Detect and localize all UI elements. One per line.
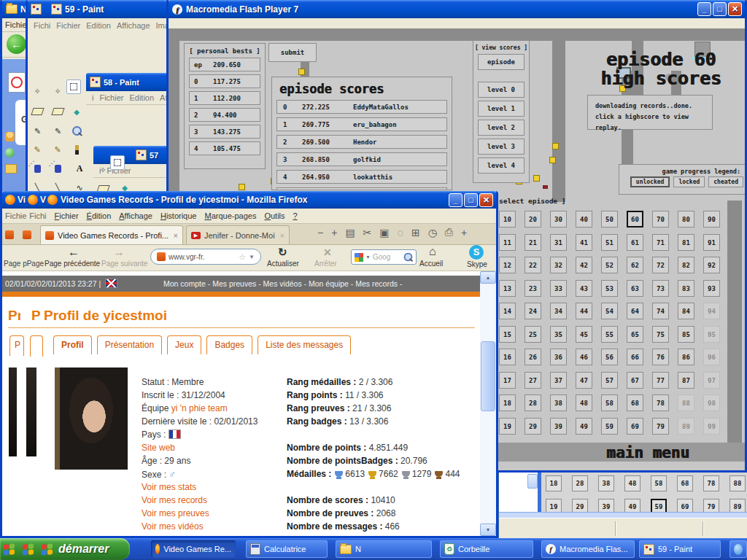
view-scores-episode-button[interactable]: episode <box>478 54 525 70</box>
view-scores-level-4-button[interactable]: level 4 <box>478 158 525 174</box>
paint58-titlebar[interactable]: 58 - Paint <box>86 73 169 91</box>
menu-outils[interactable]: Outils <box>264 211 285 220</box>
episode-score-row[interactable]: 4264.950lookatthis <box>276 170 447 184</box>
episode-22-button[interactable]: 22 <box>525 257 541 273</box>
menu-edition[interactable]: Edition <box>86 21 111 30</box>
tab-présentation[interactable]: Présentation <box>97 335 162 354</box>
fill-tool-icon[interactable]: ◆ <box>69 105 84 118</box>
episode-64-button[interactable]: 64 <box>627 303 643 319</box>
link-voir-mes-preuves[interactable]: Voir mes preuves <box>142 508 209 518</box>
legend-cheated-button[interactable]: cheated <box>708 176 743 187</box>
episode-44-button[interactable]: 44 <box>576 303 592 319</box>
tab-profil[interactable]: Profil <box>53 335 92 354</box>
legend-unlocked-button[interactable]: unlocked <box>630 176 670 187</box>
skype-label[interactable]: Skype <box>467 260 487 268</box>
taskbar-button-video-games-re-[interactable]: Video Games Re... <box>151 540 236 558</box>
new-tab-icon[interactable]: + <box>461 227 467 238</box>
home-icon[interactable]: ⌂ <box>429 245 436 258</box>
background-episode-78-button[interactable]: 78 <box>703 475 719 491</box>
bookmark-star-icon[interactable]: ☆ <box>239 252 246 262</box>
taskbar-button-59-paint[interactable]: 59 - Paint <box>639 540 721 558</box>
rect-tool-icon[interactable] <box>66 80 81 93</box>
episode-19-button[interactable]: 19 <box>499 418 516 435</box>
episode-24-button[interactable]: 24 <box>525 303 541 319</box>
pencil-tool-icon[interactable]: ✎ <box>30 143 44 156</box>
episode-70-button[interactable]: 70 <box>652 211 669 228</box>
episode-30-button[interactable]: 30 <box>550 211 567 228</box>
firefox-titlebar[interactable]: Vi V Video Games Records - Profil de yic… <box>2 191 496 209</box>
dropper-tool-icon[interactable]: ✐ <box>30 124 44 137</box>
background-episode-88-button[interactable]: 88 <box>729 475 746 491</box>
episode-39-button[interactable]: 39 <box>550 418 567 435</box>
episode-51-button[interactable]: 51 <box>601 234 618 251</box>
link-voir-mes-vid-os[interactable]: Voir mes vidéos <box>142 521 204 532</box>
menu-edition[interactable]: Edition <box>129 93 154 102</box>
episode-83-button[interactable]: 83 <box>678 280 694 297</box>
episode-26-button[interactable]: 26 <box>525 349 541 365</box>
episode-35-button[interactable]: 35 <box>550 326 567 343</box>
menu-historique[interactable]: Historique <box>160 211 197 220</box>
view-scores-level-1-button[interactable]: level 1 <box>478 101 525 117</box>
episode-37-button[interactable]: 37 <box>550 372 567 389</box>
scroll-down-icon[interactable]: ▼ <box>480 524 496 536</box>
episode-43-button[interactable]: 43 <box>576 280 592 297</box>
episode-92-button[interactable]: 92 <box>703 257 720 273</box>
episode-71-button[interactable]: 71 <box>652 234 669 251</box>
link-voir-mes-stats[interactable]: Voir mes stats <box>142 482 196 492</box>
link-site-web[interactable]: Site web <box>142 443 175 453</box>
episode-73-button[interactable]: 73 <box>652 280 669 297</box>
menu-affichage[interactable]: Affichage <box>119 211 152 220</box>
history-icon[interactable]: ◷ <box>428 227 437 238</box>
dropper-tool-icon[interactable]: ✐ <box>50 124 65 137</box>
episode-90-button[interactable]: 90 <box>703 211 720 228</box>
close-button[interactable]: ✕ <box>479 193 493 207</box>
episode-10-button[interactable]: 10 <box>499 211 516 228</box>
episode-47-button[interactable]: 47 <box>576 372 592 389</box>
episode-54-button[interactable]: 54 <box>601 303 618 319</box>
search-placeholder[interactable]: Goog <box>373 253 401 261</box>
episode-81-button[interactable]: 81 <box>678 234 694 251</box>
url-text[interactable]: www.vgr-fr. <box>169 253 236 261</box>
episode-84-button[interactable]: 84 <box>678 303 694 319</box>
uk-flag-icon[interactable] <box>105 279 117 288</box>
episode-29-button[interactable]: 29 <box>525 418 541 435</box>
background-episode-68-button[interactable]: 68 <box>677 475 693 491</box>
episode-25-button[interactable]: 25 <box>525 326 541 343</box>
view-scores-level-0-button[interactable]: level 0 <box>478 82 525 98</box>
close-button[interactable]: ✕ <box>728 2 742 16</box>
refresh-icon[interactable]: ↻ <box>278 246 287 259</box>
spray-tool-icon[interactable] <box>50 162 65 175</box>
menu-?[interactable]: ? <box>293 211 298 220</box>
episode-95-button[interactable]: 95 <box>703 326 720 343</box>
free-tool-icon[interactable]: ✧ <box>96 163 110 176</box>
text-tool-icon[interactable]: A <box>72 162 87 175</box>
spinner-icon[interactable]: ◌ <box>398 227 403 238</box>
taskbar-button-macromedia-flas-[interactable]: fMacromedia Flas... <box>541 540 635 558</box>
flash-titlebar[interactable]: f Macromedia Flash Player 7 _ □ ✕ <box>169 0 745 18</box>
episode-17-button[interactable]: 17 <box>499 372 516 389</box>
episode-36-button[interactable]: 36 <box>550 349 567 365</box>
link-voir-mes-records[interactable]: Voir mes records <box>142 495 207 505</box>
minus-icon[interactable]: − <box>317 227 323 238</box>
spray-tool-icon[interactable] <box>30 162 44 175</box>
episode-61-button[interactable]: 61 <box>627 234 643 251</box>
episode-27-button[interactable]: 27 <box>525 372 541 389</box>
back-label[interactable]: Page précédente <box>44 260 100 268</box>
submit-button[interactable]: submit <box>268 43 317 62</box>
episode-52-button[interactable]: 52 <box>601 257 618 273</box>
background-episode-58-button[interactable]: 58 <box>651 475 667 491</box>
episode-67-button[interactable]: 67 <box>627 372 643 389</box>
episode-87-button[interactable]: 87 <box>678 372 694 389</box>
paint59-titlebar[interactable]: 59 - Paint <box>28 0 166 18</box>
episode-63-button[interactable]: 63 <box>627 280 643 297</box>
globe-icon[interactable] <box>5 148 15 158</box>
back-button[interactable]: ← <box>7 34 26 54</box>
episode-18-button[interactable]: 18 <box>499 394 516 411</box>
user-icon[interactable] <box>5 132 15 141</box>
skype-icon[interactable]: S <box>469 245 484 260</box>
episode-34-button[interactable]: 34 <box>550 303 567 319</box>
menu--dition[interactable]: Édition <box>87 211 112 220</box>
pencil-tool-icon[interactable]: ✎ <box>50 143 65 156</box>
background-episode-18-button[interactable]: 18 <box>546 475 562 491</box>
url-dropdown-icon[interactable]: ▼ <box>249 254 255 260</box>
